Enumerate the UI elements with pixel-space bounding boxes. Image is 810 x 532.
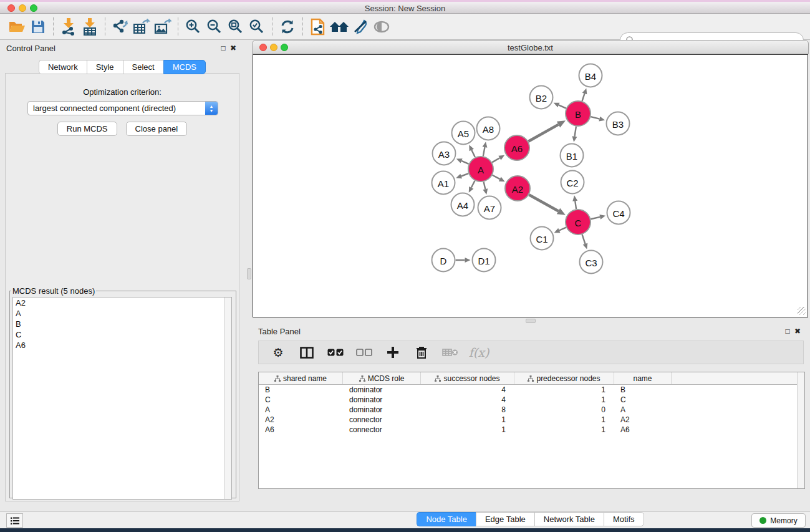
show-columns-icon[interactable] [299, 344, 315, 360]
tab-node-table[interactable]: Node Table [417, 512, 476, 526]
graph-edge-C-C4[interactable] [591, 215, 605, 220]
table-cell[interactable]: A6 [614, 425, 672, 434]
import-network-icon[interactable] [58, 17, 79, 37]
export-table-icon[interactable] [131, 17, 152, 37]
graph-node-C[interactable]: C [566, 210, 591, 235]
table-row[interactable]: Cdominator41C [259, 395, 804, 405]
new-network-from-selection-icon[interactable] [307, 17, 329, 37]
graph-edge-A-A6[interactable] [492, 155, 504, 163]
table-cell[interactable]: A [259, 405, 343, 414]
function-builder-icon[interactable]: f(x) [471, 344, 487, 360]
graph-edge-D-D1[interactable] [456, 258, 471, 263]
graph-edge-A-A1[interactable] [456, 173, 468, 178]
table-cell[interactable]: 1 [514, 385, 614, 394]
graph-edge-C-C1[interactable] [554, 228, 566, 233]
select-all-icon[interactable] [327, 344, 344, 360]
table-cell[interactable]: connector [343, 425, 421, 434]
graph-edge-A6-B[interactable] [528, 120, 566, 141]
mcds-result-item[interactable]: A [13, 308, 231, 319]
network-canvas[interactable]: B4B2BB3A8A5A6A3B1AA1C2A2A4A7C4CC1DD1C3 [253, 54, 808, 317]
table-cell[interactable]: 1 [421, 425, 514, 434]
graph-node-A7[interactable]: A7 [478, 196, 501, 220]
graph-node-D[interactable]: D [432, 249, 455, 272]
table-cell[interactable]: A2 [614, 415, 672, 424]
graph-edge-B-B4[interactable] [582, 88, 587, 101]
graph-edge-C-C2[interactable] [572, 195, 577, 209]
graph-edge-A-A2[interactable] [493, 175, 505, 182]
close-panel-button[interactable]: Close panel [126, 122, 188, 136]
window-resize-grip[interactable] [798, 307, 806, 315]
zoom-selected-icon[interactable] [246, 17, 268, 37]
table-cell[interactable]: A2 [259, 415, 343, 424]
tab-mcds[interactable]: MCDS [163, 60, 206, 74]
graph-edge-B-B2[interactable] [554, 103, 566, 109]
open-session-icon[interactable] [6, 17, 27, 37]
graph-edge-A-A5[interactable] [469, 145, 475, 157]
table-cell[interactable]: 1 [514, 425, 614, 434]
column-header-predecessor-nodes[interactable]: predecessor nodes [514, 372, 614, 384]
mcds-list-scrollbar[interactable] [224, 297, 231, 499]
table-cell[interactable]: C [259, 395, 343, 404]
table-cell[interactable]: 1 [514, 395, 614, 404]
graph-edge-A-A4[interactable] [469, 181, 475, 193]
graph-node-A3[interactable]: A3 [433, 142, 456, 165]
graph-node-C4[interactable]: C4 [607, 201, 630, 225]
column-header-successor-nodes[interactable]: successor nodes [421, 372, 514, 384]
graph-node-B4[interactable]: B4 [579, 64, 602, 87]
graph-node-A2[interactable]: A2 [505, 176, 530, 201]
graph-node-A5[interactable]: A5 [452, 122, 475, 145]
zoom-in-icon[interactable] [183, 17, 204, 37]
export-image-icon[interactable] [152, 17, 173, 37]
table-cell[interactable]: 0 [514, 405, 614, 414]
graph-node-A6[interactable]: A6 [504, 135, 529, 160]
graph-node-C2[interactable]: C2 [561, 171, 584, 194]
table-cell[interactable]: 1 [514, 415, 614, 424]
table-row[interactable]: Bdominator41B [259, 385, 804, 395]
table-cell[interactable]: 8 [421, 405, 514, 414]
column-header-name[interactable]: name [614, 372, 672, 384]
table-cell[interactable]: 1 [421, 415, 514, 424]
table-cell[interactable]: C [614, 395, 672, 404]
graph-edge-C-C3[interactable] [582, 235, 588, 249]
table-cell[interactable]: dominator [343, 395, 421, 404]
tab-select[interactable]: Select [123, 60, 163, 74]
graph-node-D1[interactable]: D1 [473, 249, 496, 272]
horizontal-splitter-handle[interactable] [526, 319, 536, 323]
delete-table-icon[interactable] [442, 344, 458, 360]
tab-network[interactable]: Network [39, 60, 87, 74]
graph-node-B1[interactable]: B1 [561, 144, 584, 167]
column-header-shared-name[interactable]: shared name [259, 372, 343, 384]
mcds-result-item[interactable]: C [13, 329, 231, 340]
refresh-icon[interactable] [277, 17, 298, 37]
vertical-splitter-handle[interactable] [247, 268, 251, 279]
table-cell[interactable]: B [614, 385, 672, 394]
hide-graphics-icon[interactable] [350, 17, 371, 37]
graph-edge-B-B1[interactable] [572, 127, 577, 142]
graph-node-A[interactable]: A [468, 157, 493, 181]
graph-node-A8[interactable]: A8 [477, 117, 500, 140]
settings-gear-icon[interactable]: ⚙ [270, 344, 286, 360]
graph-node-B3[interactable]: B3 [607, 112, 630, 135]
table-row[interactable]: A6connector11A6 [259, 425, 804, 435]
table-cell[interactable]: 4 [421, 395, 514, 404]
graph-node-A4[interactable]: A4 [451, 193, 475, 216]
column-header-MCDS-role[interactable]: MCDS role [343, 372, 421, 384]
run-mcds-button[interactable]: Run MCDS [57, 122, 117, 136]
graph-node-C1[interactable]: C1 [531, 227, 554, 250]
tab-edge-table[interactable]: Edge Table [476, 512, 534, 526]
delete-row-icon[interactable] [413, 344, 430, 360]
save-session-icon[interactable] [27, 17, 49, 37]
import-table-icon[interactable] [79, 17, 100, 37]
graph-edge-A-A8[interactable] [483, 142, 488, 156]
tab-style[interactable]: Style [87, 60, 123, 74]
close-panel-icon[interactable]: ✖ [228, 44, 238, 52]
graph-edge-B-B3[interactable] [591, 117, 605, 122]
table-close-panel-icon[interactable]: ✖ [793, 327, 803, 336]
table-float-panel-icon[interactable]: □ [783, 327, 793, 336]
table-cell[interactable]: dominator [343, 385, 421, 394]
table-row[interactable]: Adominator80A [259, 405, 804, 415]
graph-node-C3[interactable]: C3 [580, 251, 603, 274]
show-graphics-icon[interactable] [371, 17, 392, 37]
optimization-criterion-select[interactable]: largest connected component (directed) ▲… [27, 101, 218, 115]
tab-motifs[interactable]: Motifs [604, 512, 644, 526]
